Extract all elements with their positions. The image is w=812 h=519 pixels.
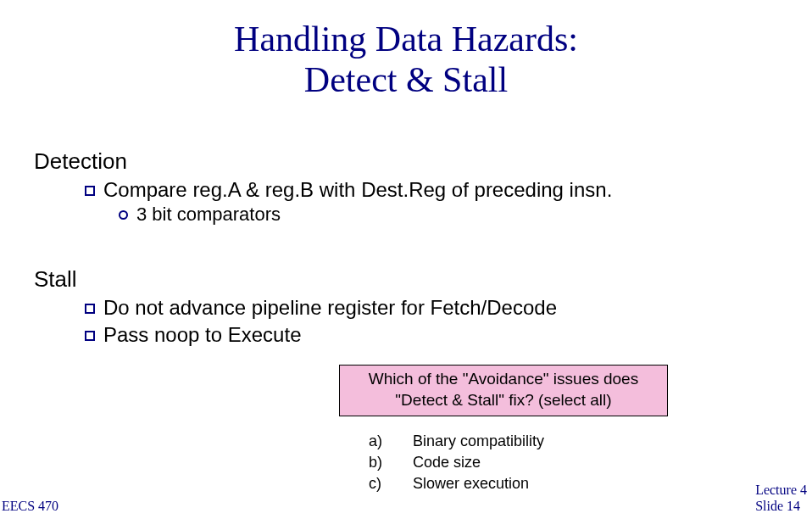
detection-sub-bullet-row: 3 bit comparators xyxy=(119,204,812,226)
square-bullet-icon xyxy=(85,186,95,196)
detection-heading: Detection xyxy=(34,148,812,175)
square-bullet-icon xyxy=(85,331,95,341)
footer-lecture-line1: Lecture 4 xyxy=(755,483,807,498)
option-text: Code size xyxy=(413,454,481,472)
stall-bullet-2-row: Pass noop to Execute xyxy=(85,323,812,347)
square-bullet-icon xyxy=(85,304,95,314)
option-text: Slower execution xyxy=(413,475,529,493)
callout-line-2: "Detect & Stall" fix? (select all) xyxy=(347,390,660,411)
callout-line-1: Which of the "Avoidance" issues does xyxy=(347,369,660,390)
slide: Handling Data Hazards: Detect & Stall De… xyxy=(0,0,812,519)
question-callout: Which of the "Avoidance" issues does "De… xyxy=(339,365,668,416)
detection-bullet-text: Compare reg.A & reg.B with Dest.Reg of p… xyxy=(103,178,612,202)
footer-course: EECS 470 xyxy=(2,499,58,514)
detection-sub-text: 3 bit comparators xyxy=(136,204,281,226)
option-b: b) Code size xyxy=(369,454,544,472)
circle-bullet-icon xyxy=(119,210,128,220)
stall-heading: Stall xyxy=(34,266,812,293)
footer-lecture: Lecture 4 Slide 14 xyxy=(755,483,807,514)
option-a: a) Binary compatibility xyxy=(369,432,544,450)
stall-bullet-1-text: Do not advance pipeline register for Fet… xyxy=(103,296,557,320)
title-line-1: Handling Data Hazards: xyxy=(0,19,812,59)
detection-bullet-row: Compare reg.A & reg.B with Dest.Reg of p… xyxy=(85,178,812,202)
slide-title: Handling Data Hazards: Detect & Stall xyxy=(0,0,812,101)
stall-bullet-2-text: Pass noop to Execute xyxy=(103,323,301,347)
option-text: Binary compatibility xyxy=(413,432,544,450)
stall-bullet-1-row: Do not advance pipeline register for Fet… xyxy=(85,296,812,320)
footer-lecture-line2: Slide 14 xyxy=(755,499,807,514)
option-letter: a) xyxy=(369,432,413,450)
title-line-2: Detect & Stall xyxy=(0,59,812,100)
answer-options: a) Binary compatibility b) Code size c) … xyxy=(369,432,544,496)
option-c: c) Slower execution xyxy=(369,475,544,493)
option-letter: c) xyxy=(369,475,413,493)
option-letter: b) xyxy=(369,454,413,472)
